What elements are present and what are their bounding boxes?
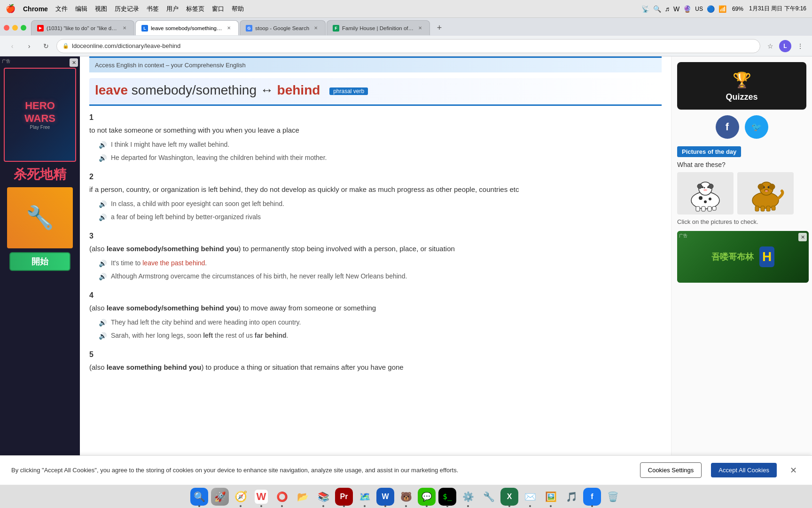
word-title: leave somebody/something ↔ behind phrasa… [95,83,656,98]
dock-mail[interactable]: ✉️ [521,488,539,506]
menu-window[interactable]: 窗口 [212,5,224,13]
accept-all-cookies-button[interactable]: Accept All Cookies [711,463,777,477]
quiz-label: Quizzes [685,92,799,102]
dock-chrome[interactable]: ⭕ [273,488,291,506]
quiz-card[interactable]: 🏆 Quizzes [677,62,806,110]
tab-google[interactable]: G stoop - Google Search ✕ [240,20,326,35]
dock-finder[interactable]: 🔍 [190,488,208,506]
word-entry-header: leave somebody/something ↔ behind phrasa… [89,78,662,106]
menu-view[interactable]: 视图 [95,5,107,13]
speaker-icon-2-1[interactable]: 🔊 [99,199,107,209]
menu-history[interactable]: 历史记录 [115,5,139,13]
speaker-icon-4-2[interactable]: 🔊 [99,331,107,341]
cookie-text: By clicking "Accept All Cookies", you ag… [11,466,631,475]
dock-launchpad[interactable]: 🚀 [211,488,229,506]
dock-settings1[interactable]: ⚙️ [459,488,477,506]
more-options-icon[interactable]: ⋮ [794,40,806,52]
cookies-settings-button[interactable]: Cookies Settings [640,462,702,478]
example-3-2: 🔊 Although Armstrong overcame the circum… [99,271,662,282]
app-name[interactable]: Chrome [23,5,48,13]
menu-users[interactable]: 用户 [166,5,179,13]
dock-xmind[interactable]: 🗺️ [356,488,374,506]
tab-favicon-3: G [246,25,252,32]
dock-excel[interactable]: X [500,488,518,506]
svg-point-5 [697,184,702,189]
hero-wars-ad[interactable]: HEROWARS Play Free [4,68,76,162]
tab-family[interactable]: F Family House | Definition of Fa... ✕ [327,20,430,35]
dock-word[interactable]: W [252,488,270,506]
ad-game-image[interactable]: 🔧 [7,187,73,248]
dock-premiere[interactable]: Pr [335,488,353,506]
speaker-icon-2-2[interactable]: 🔊 [99,213,107,222]
dock-wechat[interactable]: 💬 [418,488,436,506]
nav-bar: ‹ › ↻ 🔒 ldoceonline.com/dictionary/leave… [0,36,812,56]
hero-wars-logo: HEROWARS [24,100,55,125]
ad-start-button[interactable]: 開始 [9,252,70,271]
social-icons: f 🐦 [677,115,806,139]
speaker-icon-1-1[interactable]: 🔊 [99,140,107,150]
menubar-right: 📡 🔍 ♬ W 🔮 US 🔵 📶 69% 1月31日 周日 下午9:16 [641,5,806,13]
pictures-section: Pictures of the day What are these? [677,146,806,225]
svg-point-19 [769,184,775,190]
back-button[interactable]: ‹ [6,40,19,53]
right-advertisement[interactable]: 广告 ✕ 吾喽哥布林 H [677,231,809,283]
menu-file[interactable]: 文件 [55,5,68,13]
svg-rect-13 [708,206,711,211]
speaker-icon-3-1[interactable]: 🔊 [99,259,107,269]
tab-close-2[interactable]: ✕ [225,24,233,32]
dock-settings2[interactable]: 🔧 [480,488,498,506]
speaker-icon-4-1[interactable]: 🔊 [99,318,107,328]
pos-tag: phrasal verb [329,87,368,95]
menu-edit[interactable]: 编辑 [75,5,87,13]
tab-close-3[interactable]: ✕ [312,24,320,32]
forward-button[interactable]: › [23,40,36,53]
example-2-1: 🔊 In class, a child with poor eyesight c… [99,199,662,209]
apple-icon[interactable]: 🍎 [6,4,16,14]
tab-title-4: Family House | Definition of Fa... [342,25,414,31]
definition-3: 3 (also leave somebody/something behind … [89,232,662,282]
tab-close-1[interactable]: ✕ [121,24,128,32]
profile-icon[interactable]: L [779,40,791,52]
picture-item-2[interactable] [737,172,794,214]
dock-music[interactable]: 🎵 [562,488,580,506]
dock-files[interactable]: 📂 [294,488,312,506]
def-text-4: (also leave somebody/something behind yo… [89,302,662,314]
twitter-button[interactable]: 🐦 [745,115,768,139]
dock-preview[interactable]: 🖼️ [542,488,560,506]
example-2-2: 🔊 a fear of being left behind by better-… [99,212,662,222]
facebook-button[interactable]: f [716,115,739,139]
speaker-icon-1-2[interactable]: 🔊 [99,153,107,163]
window-close[interactable] [4,25,9,31]
tab-ldoce[interactable]: L leave somebody/something ↔... ✕ [135,20,239,35]
new-tab-button[interactable]: + [433,21,446,34]
ad-close-button[interactable]: ✕ [70,58,78,67]
right-ad-label: 广告 [679,233,687,239]
dock-finder2[interactable]: f [583,488,601,506]
right-ad-close-button[interactable]: ✕ [798,233,807,241]
example-text-3-2: Although Armstrong overcame the circumst… [111,271,407,281]
address-bar[interactable]: 🔒 ldoceonline.com/dictionary/leave-behin… [56,39,760,53]
window-maximize[interactable] [21,25,26,31]
example-4-2: 🔊 Sarah, with her long legs, soon left t… [99,331,662,341]
def-text-3: (also leave somebody/something behind yo… [89,243,662,254]
reload-button[interactable]: ↻ [39,40,53,53]
dock-safari[interactable]: 🧭 [232,488,250,506]
dock-books[interactable]: 📚 [314,488,332,506]
cookie-banner: By clicking "Accept All Cookies", you ag… [0,455,812,484]
menu-tabs[interactable]: 标签页 [186,5,204,13]
picture-item-1[interactable] [677,172,734,214]
dock-terminal[interactable]: $_ [438,488,456,506]
dock-word2[interactable]: W [376,488,394,506]
definition-4: 4 (also leave somebody/something behind … [89,291,662,341]
def-text-5: (also leave something behind you) to pro… [89,362,662,373]
menu-bookmarks[interactable]: 书签 [147,5,159,13]
window-minimize[interactable] [12,25,18,31]
tab-youtube[interactable]: ▶ (1031) "like to do" or "like doin... ✕ [31,20,134,35]
speaker-icon-3-2[interactable]: 🔊 [99,272,107,282]
dock-trash[interactable]: 🗑️ [604,488,622,506]
menu-help[interactable]: 帮助 [232,5,244,13]
dock-baidu[interactable]: 🐻 [397,488,415,506]
tab-close-4[interactable]: ✕ [416,24,424,32]
cookie-close-icon[interactable]: ✕ [786,463,801,477]
bookmark-icon[interactable]: ☆ [764,40,776,52]
